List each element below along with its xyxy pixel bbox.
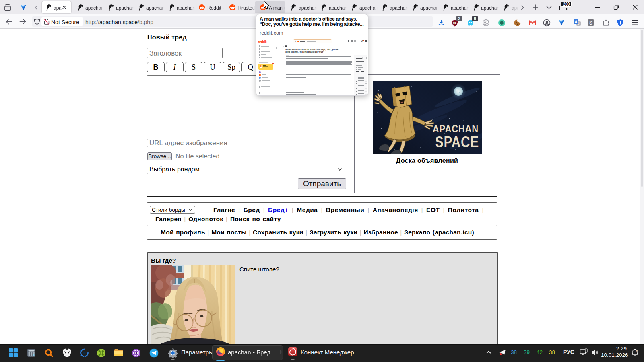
svg-text:S: S bbox=[589, 20, 592, 26]
svg-text:z: z bbox=[636, 350, 637, 352]
svg-text:uo: uo bbox=[453, 21, 457, 24]
svg-text:A: A bbox=[574, 20, 577, 24]
svg-text:z: z bbox=[637, 349, 638, 351]
